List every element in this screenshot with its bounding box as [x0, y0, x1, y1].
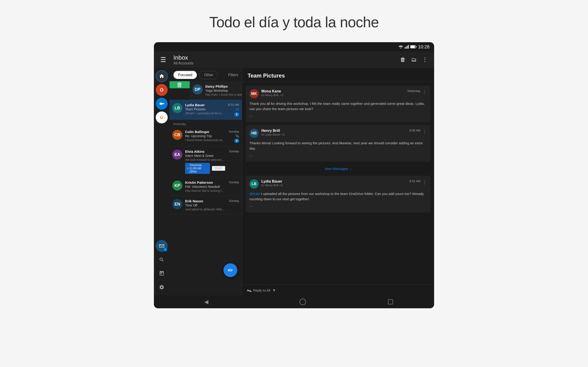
message-card-henry[interactable]: HB Henry Brill to Lydia Bauer +2 8:00 AM… [246, 125, 431, 162]
sender-info-lydia2: Lydia Bauer to Henry Brill +2 [261, 179, 409, 187]
rsvp-bar: Tomorrow, 11:00 AM (30m) RSVP [185, 163, 225, 174]
nav-recents-button[interactable] [388, 299, 393, 304]
message-card-mona[interactable]: MK Mona Kane to Henry Brill, +2 Yesterda… [246, 85, 431, 122]
svg-point-0 [400, 48, 401, 49]
message-more-mona[interactable]: ⋮ [422, 89, 427, 95]
message-ellipsis-lydia2[interactable]: ··· [250, 204, 427, 209]
message-header-henry: HB Henry Brill to Lydia Bauer +2 8:00 AM… [250, 129, 427, 138]
signal-icon [405, 45, 409, 49]
compose-fab[interactable]: ✏ [224, 263, 237, 277]
email-list-panel: Focused Other Filters 🗑 DP Daisy Phillip… [170, 68, 242, 295]
message-more-henry[interactable]: ⋮ [422, 129, 427, 134]
avatar-erik: EN [172, 199, 182, 209]
message-body-henry: Thanks Mona! Looking forward to seeing t… [250, 141, 427, 151]
thread-title: Team Pictures [248, 73, 429, 79]
date-separator: Yesterday [170, 120, 242, 127]
message-header-lydia2: LB Lydia Bauer to Henry Brill +2 8:31 AM… [250, 179, 427, 189]
sidebar-icon-calendar[interactable] [156, 267, 168, 279]
sender-name-lydia2: Lydia Bauer [261, 179, 409, 184]
filters-button[interactable]: Filters [228, 73, 238, 77]
status-time: 10:28 [418, 44, 430, 50]
sender-info-mona: Mona Kane to Henry Brill, +2 [261, 89, 407, 97]
message-header-mona: MK Mona Kane to Henry Brill, +2 Yesterda… [250, 89, 427, 98]
reply-bar: Reply to All ▾ [242, 285, 434, 295]
toolbar-title: Inbox [173, 54, 395, 61]
sidebar-icons: O G + [154, 68, 170, 295]
message-more-lydia2[interactable]: ⋮ [422, 179, 427, 185]
email-meta-kristin: Sunday [227, 181, 239, 184]
tab-focused[interactable]: Focused [173, 71, 197, 79]
avatar-daisy: DP [192, 84, 203, 94]
main-content: O G + [154, 68, 434, 295]
svg-rect-10 [162, 103, 164, 104]
email-item-erik[interactable]: EN Erik Nason Time Off Just talked to @N… [170, 196, 242, 215]
sidebar-icon-home[interactable] [156, 70, 168, 82]
tab-other[interactable]: Other [199, 71, 218, 79]
preview-erik: Just talked to @Nestor Wilke and he... [185, 208, 225, 211]
preview-elvia: We look forward to welcoming our fall in… [185, 158, 225, 161]
hamburger-button[interactable]: ☰ [158, 54, 168, 65]
message-time-lydia2: 8:31 AM [409, 179, 420, 183]
preview-daisy: Hey Katri, I know this is last r [205, 93, 242, 96]
sidebar-icon-search[interactable] [156, 254, 168, 266]
sender-daisy: Daisy Phillips [205, 84, 242, 88]
at-badge-lydia: @ [235, 107, 239, 111]
reply-dropdown-button[interactable]: ▾ [273, 288, 275, 293]
delete-button[interactable]: 🗑 [398, 55, 407, 65]
message-card-lydia2[interactable]: LB Lydia Bauer to Henry Brill +2 8:31 AM… [246, 176, 431, 212]
avatar-colin: CB [172, 130, 182, 140]
email-thread-panel: Team Pictures MK Mona Kane to Henry Bril… [242, 68, 434, 295]
new-messages-bar[interactable]: New Messages ↓ [246, 165, 431, 173]
email-item-daisy[interactable]: 🗑 DP Daisy Phillips Yoga Workshop Hey Ka… [170, 81, 242, 100]
email-item-kristin[interactable]: KP Kristin Patterson FW: Volunteers Need… [170, 177, 242, 196]
avatar-lydia: LB [172, 103, 182, 113]
reply-label: Reply to All [253, 288, 270, 292]
sidebar-icon-google[interactable]: G [156, 111, 168, 123]
toolbar: ☰ Inbox All Accounts 🗑 🗂 ⋮ [154, 51, 434, 68]
reply-all-button[interactable]: Reply to All [247, 288, 270, 292]
avatar-lydia2: LB [250, 179, 259, 189]
svg-rect-4 [408, 45, 409, 49]
sidebar-icon-office[interactable]: O [156, 84, 168, 96]
preview-lydia: @Katri, I uploaded all the pictures fro.… [185, 111, 225, 115]
compose-icon: ✏ [228, 267, 233, 274]
more-button[interactable]: ⋮ [420, 55, 430, 65]
toolbar-title-block: Inbox All Accounts [173, 54, 395, 65]
preview-colin: I found these restaurants near our... [185, 138, 225, 142]
toolbar-actions: 🗑 🗂 ⋮ [398, 55, 430, 65]
time-kristin: Sunday [229, 181, 239, 184]
sidebar-icon-settings[interactable] [156, 281, 168, 293]
new-messages-label: New Messages [325, 167, 348, 171]
rsvp-button[interactable]: RSVP [212, 166, 225, 171]
sender-info-henry: Henry Brill to Lydia Bauer +2 [261, 129, 409, 136]
subject-erik: Time Off [185, 203, 225, 207]
unread-badge-colin: 3 [234, 139, 239, 143]
email-meta-lydia: 8:31 AM @ 2 [226, 103, 239, 117]
message-ellipsis-mona[interactable]: ··· [250, 114, 427, 119]
nav-back-button[interactable]: ◀ [195, 297, 217, 307]
avatar-elvia: EA [172, 150, 182, 160]
email-meta-erik: Sunday [227, 199, 239, 202]
message-to-mona: to Henry Brill, +2 [261, 93, 407, 97]
message-body-lydia2: @Katri I uploaded all the pictures from … [250, 191, 427, 202]
device-frame: 10:28 ☰ Inbox All Accounts 🗑 🗂 ⋮ O [154, 42, 434, 308]
sidebar-icon-outlook[interactable] [156, 98, 168, 110]
email-item-lydia[interactable]: LB Lydia Bauer Team Pictures @Katri, I u… [170, 100, 242, 120]
email-body-daisy: Daisy Phillips Yoga Workshop Hey Katri, … [205, 84, 242, 96]
email-body-kristin: Kristin Patterson FW: Volunteers Needed!… [185, 181, 225, 192]
email-item-elvia[interactable]: EA Elvia Atkins Intern Meet & Greet We l… [170, 146, 242, 177]
email-item-colin[interactable]: CB Colin Ballinger Re: Upcoming Trip I f… [170, 127, 242, 146]
sidebar-icon-mail-add[interactable]: + [156, 240, 168, 252]
svg-rect-3 [407, 46, 408, 49]
archive-button[interactable]: 🗂 [409, 55, 418, 65]
nav-home-button[interactable] [300, 299, 306, 305]
subject-colin: Re: Upcoming Trip [185, 134, 225, 138]
message-ellipsis-henry[interactable]: ··· [250, 153, 427, 158]
status-bar: 10:28 [154, 42, 434, 51]
status-icons: 10:28 [398, 44, 430, 50]
email-body-erik: Erik Nason Time Off Just talked to @Nest… [185, 199, 225, 211]
toolbar-subtitle: All Accounts [173, 61, 395, 65]
avatar-henry: HB [250, 129, 259, 138]
svg-rect-9 [160, 103, 162, 105]
unread-badge-lydia: 2 [234, 112, 239, 117]
